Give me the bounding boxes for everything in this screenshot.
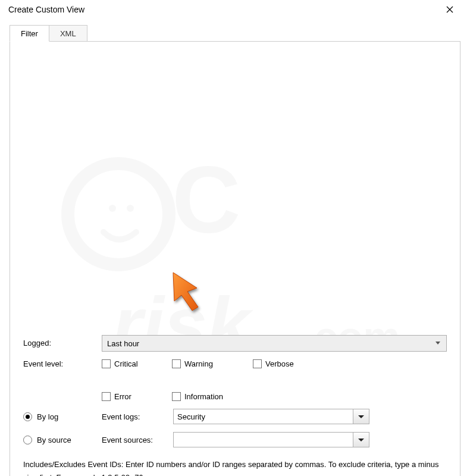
eventlogs-field: Event logs: Security	[102, 409, 447, 424]
eventsources-dropdown-button[interactable]	[353, 432, 369, 447]
chevron-down-icon	[358, 439, 364, 441]
close-button[interactable]	[438, 0, 462, 19]
svg-text:C: C	[172, 146, 241, 252]
eventlogs-value[interactable]: Security	[173, 409, 353, 424]
cb-error[interactable]: Error	[102, 392, 161, 401]
cb-warning-label: Warning	[184, 359, 213, 368]
cb-information-label: Information	[184, 392, 223, 401]
eventlogs-dropdown-button[interactable]	[353, 409, 369, 424]
cb-verbose-box[interactable]	[253, 359, 262, 368]
titlebar: Create Custom View	[0, 0, 470, 19]
svg-point-1	[109, 205, 116, 212]
dialog-root: Create Custom View Filter XML C risk .co…	[0, 0, 470, 476]
row-eventlevel: Event level: Critical Warning Verbose	[23, 359, 447, 401]
window-title: Create Custom View	[8, 5, 438, 14]
tab-filter[interactable]: Filter	[10, 25, 49, 42]
row-bysource: By source Event sources:	[23, 432, 447, 447]
cb-information[interactable]: Information	[172, 392, 236, 401]
eventsources-value[interactable]	[173, 432, 353, 447]
logged-select[interactable]: Last hour	[102, 335, 447, 352]
eventlevel-label: Event level:	[23, 359, 102, 369]
svg-point-0	[68, 164, 169, 265]
cb-information-box[interactable]	[172, 392, 181, 401]
cb-error-box[interactable]	[102, 392, 111, 401]
logged-label: Logged:	[23, 339, 102, 348]
cb-error-label: Error	[114, 392, 131, 401]
eventlevel-checkboxes: Critical Warning Verbose Error	[102, 359, 447, 401]
radio-bylog[interactable]: By log	[23, 412, 102, 421]
cb-warning-box[interactable]	[172, 359, 181, 368]
svg-point-2	[127, 205, 134, 212]
radio-bysource-input[interactable]	[23, 436, 32, 444]
cb-critical-box[interactable]	[102, 359, 111, 368]
cb-critical[interactable]: Critical	[102, 359, 161, 368]
annotation-arrow-icon	[168, 268, 210, 315]
cb-verbose-label: Verbose	[265, 359, 294, 368]
chevron-down-icon	[358, 415, 364, 418]
radio-bylog-label: By log	[37, 412, 58, 421]
cb-verbose[interactable]: Verbose	[253, 359, 317, 368]
radio-bylog-input[interactable]	[23, 412, 32, 421]
tab-xml[interactable]: XML	[49, 25, 87, 41]
eventsources-combo[interactable]	[173, 432, 369, 447]
eventsources-field: Event sources:	[102, 432, 447, 447]
eventlogs-label: Event logs:	[102, 412, 173, 421]
cb-warning[interactable]: Warning	[172, 359, 242, 368]
radio-bysource[interactable]: By source	[23, 436, 102, 444]
close-icon	[446, 6, 453, 13]
row-logged: Logged: Last hour	[23, 335, 447, 352]
svg-text:risk: risk	[112, 281, 253, 368]
row-bylog: By log Event logs: Security	[23, 409, 447, 424]
dialog-body: Filter XML C risk .com Logged: Last hour	[0, 19, 470, 476]
eventsources-label: Event sources:	[102, 436, 173, 444]
eventlogs-combo[interactable]: Security	[173, 409, 369, 424]
filter-panel: C risk .com Logged: Last hour Event leve…	[10, 42, 460, 476]
radio-bysource-label: By source	[37, 436, 71, 444]
tab-strip: Filter XML	[10, 24, 460, 42]
eventid-instructions: Includes/Excludes Event IDs: Enter ID nu…	[23, 458, 447, 476]
logged-value: Last hour	[107, 339, 139, 348]
chevron-down-icon	[435, 342, 440, 345]
cb-critical-label: Critical	[114, 359, 138, 368]
